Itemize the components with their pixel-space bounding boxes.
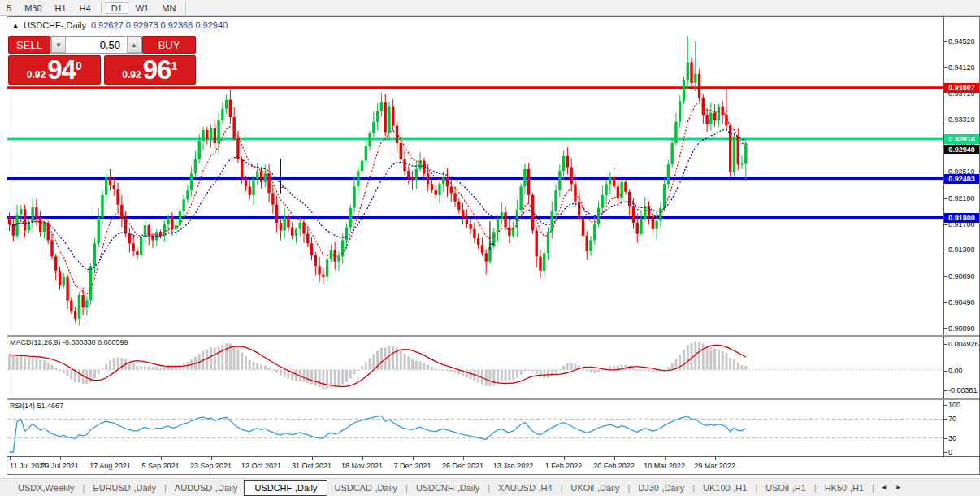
date-tick — [463, 457, 464, 460]
timeframe-button-5[interactable]: 5 — [1, 2, 17, 14]
date-label: 20 Feb 2022 — [593, 462, 635, 470]
tab-separator: | — [870, 483, 876, 493]
price-tick-label: 0.94120 — [948, 63, 975, 72]
tab-separator: | — [626, 483, 631, 493]
axis-tick — [944, 419, 947, 420]
chart-tab-usdchf-daily[interactable]: USDCHF-,Daily — [244, 480, 327, 496]
rsi-axis-label: 70 — [948, 415, 956, 423]
timeframe-button-w1[interactable]: W1 — [130, 2, 155, 14]
pane-separator[interactable] — [7, 398, 979, 400]
volume-input[interactable] — [66, 37, 127, 53]
buy-button[interactable]: BUY — [142, 36, 196, 54]
date-label: 18 Nov 2021 — [341, 462, 383, 470]
price-tick-label: 0.93310 — [948, 115, 975, 124]
chart-tab-usdcad-daily[interactable]: USDCAD-,Daily — [327, 481, 404, 494]
axis-tick — [944, 67, 947, 68]
buy-price-small: 0.92 — [122, 67, 141, 83]
chart-tab-xauusd-h4[interactable]: XAUUSD-,H4 — [492, 481, 559, 494]
chart-ohlc-values: 0.92627 0.92973 0.92366 0.92940 — [91, 20, 228, 30]
volume-spinner: ▼ ▲ — [50, 36, 142, 54]
axis-tick — [944, 371, 947, 372]
chart-tab-hk50-h1[interactable]: HK50-,H1 — [818, 481, 870, 494]
axis-tick — [944, 224, 947, 225]
date-label: 17 Aug 2021 — [89, 462, 131, 470]
buy-price-box[interactable]: 0.92 96 1 — [104, 55, 197, 85]
tab-separator: | — [404, 483, 410, 493]
axis-tick — [944, 328, 947, 329]
tabs-scroll-right-icon[interactable]: ► — [895, 484, 902, 491]
level-badge-0.92403: 0.92403 — [944, 174, 979, 184]
timeframe-button-mn[interactable]: MN — [156, 2, 181, 14]
timeframe-button-d1[interactable]: D1 — [106, 2, 128, 14]
date-tick — [211, 457, 212, 460]
sell-price-big: 94 — [47, 56, 76, 83]
macd-canvas — [7, 337, 944, 398]
current-price-badge: 0.92940 — [944, 145, 979, 154]
volume-decrease-button[interactable]: ▼ — [51, 37, 66, 53]
chart-tab-eurusd-daily[interactable]: EURUSD-,Daily — [86, 481, 163, 494]
rsi-pane[interactable]: RSI(14) 51.4667 — [7, 400, 944, 456]
date-tick — [715, 457, 716, 460]
timeframe-button-m30[interactable]: M30 — [19, 2, 47, 14]
chart-tab-dj30-daily[interactable]: DJ30-,Daily — [631, 481, 691, 494]
date-tick — [111, 457, 111, 460]
axis-tick — [944, 41, 947, 42]
axis-tick — [944, 405, 947, 406]
sell-price-box[interactable]: 0.92 94 0 — [8, 55, 101, 85]
tab-separator: | — [486, 483, 492, 493]
date-label: 1 Feb 2022 — [545, 462, 583, 470]
chart-symbol-label: USDCHF-,Daily — [24, 20, 86, 30]
axis-tick — [944, 390, 947, 391]
sell-price-sup: 0 — [76, 60, 82, 72]
axis-tick — [944, 250, 947, 250]
macd-axis-label: 0.00 — [948, 367, 963, 375]
date-tick — [665, 457, 666, 460]
timeframe-button-h4[interactable]: H4 — [74, 2, 97, 14]
macd-axis-label: -0.00361 — [948, 386, 978, 394]
toolbar-separator — [185, 2, 186, 14]
date-tick — [262, 457, 262, 460]
chart-tab-usoil-h1[interactable]: USOil-,H1 — [759, 481, 813, 494]
axis-tick — [944, 94, 947, 94]
timeframe-button-h1[interactable]: H1 — [50, 2, 72, 14]
macd-axis-label: 0.004926 — [948, 340, 979, 348]
rsi-label: RSI(14) 51.4667 — [10, 402, 63, 410]
tab-separator: | — [753, 483, 759, 493]
sell-button[interactable]: SELL — [8, 36, 50, 54]
volume-increase-button[interactable]: ▲ — [127, 37, 141, 53]
price-tick-label: 0.92100 — [948, 194, 975, 202]
date-tick — [413, 457, 414, 460]
level-badge-0.91800: 0.91800 — [944, 213, 979, 223]
date-label: 13 Jan 2022 — [493, 462, 534, 470]
price-axis[interactable]: 0.945200.941200.937100.933100.929100.925… — [943, 17, 979, 456]
date-axis[interactable]: 11 Jul 202129 Jul 202117 Aug 20215 Sep 2… — [7, 456, 979, 474]
chart-tab-usdx-weekly[interactable]: USDX,Weekly — [11, 481, 80, 494]
collapse-triangle-icon[interactable]: ▲ — [12, 22, 19, 29]
tab-separator: | — [163, 483, 168, 493]
chart-tab-ukoil-daily[interactable]: UKOil-,Daily — [565, 481, 627, 494]
axis-tick — [944, 120, 947, 120]
date-label: 29 Jul 2021 — [41, 462, 79, 470]
tab-separator: | — [813, 483, 818, 493]
buy-price-sup: 1 — [171, 60, 177, 72]
level-badge-0.93014: 0.93014 — [944, 134, 979, 144]
axis-tick — [944, 172, 947, 172]
timeframe-toolbar: 5M30H1H4D1W1MN — [0, 0, 980, 16]
chart-tab-audusd-daily[interactable]: AUDUSD-,Daily — [168, 481, 245, 494]
rsi-axis-label: 0 — [948, 448, 952, 456]
chart-tab-bar: USDX,Weekly|EURUSD-,Daily|AUDUSD-,DailyU… — [0, 478, 980, 496]
terminal-screen: 5M30H1H4D1W1MN ▲ USDCHF-,Daily 0.92627 0… — [0, 0, 980, 496]
macd-pane[interactable]: MACD(12,26,9) -0.000338 0.000599 — [7, 337, 944, 398]
toolbar-separator — [101, 2, 102, 14]
date-label: 26 Dec 2021 — [442, 462, 483, 470]
rsi-canvas — [7, 400, 944, 456]
rsi-axis-label: 30 — [948, 434, 956, 442]
chart-tab-usdcnh-daily[interactable]: USDCNH-,Daily — [410, 481, 486, 494]
rsi-axis-label: 100 — [948, 401, 960, 409]
pane-separator[interactable] — [7, 335, 979, 337]
axis-tick — [944, 276, 947, 277]
chart-tab-uk100-h1[interactable]: UK100-,H1 — [696, 481, 753, 494]
level-badge-0.93807: 0.93807 — [944, 83, 979, 93]
price-tick-label: 0.94520 — [948, 37, 975, 46]
tabs-scroll-left-icon[interactable]: ◄ — [881, 484, 887, 491]
